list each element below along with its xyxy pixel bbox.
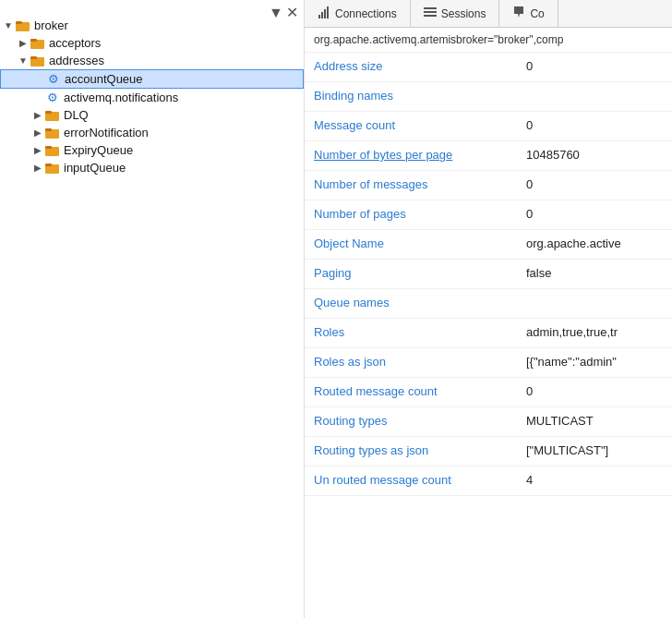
property-key: Paging (305, 260, 517, 288)
tree-label-ExpiryQueue: ExpiryQueue (64, 143, 133, 157)
svg-rect-1 (16, 21, 22, 24)
property-row: Routed message count0 (305, 378, 672, 407)
tree-item-errorNotification[interactable]: ▶errorNotification (0, 124, 304, 141)
property-key: Binding names (305, 82, 517, 111)
folder-icon (30, 37, 46, 50)
tree-toggle-DLQ[interactable]: ▶ (31, 110, 44, 120)
tree-toggle-ExpiryQueue[interactable]: ▶ (31, 145, 44, 155)
co-tab-icon (512, 6, 525, 20)
property-row: Object Nameorg.apache.active (305, 230, 672, 260)
right-panel: ConnectionsSessionsCo org.apache.activem… (305, 0, 672, 618)
property-value: 0 (517, 378, 672, 406)
property-row: Roles as json[{"name":"admin" (305, 348, 672, 378)
tree-label-addresses: addresses (49, 54, 104, 67)
property-row: Queue names (305, 289, 672, 319)
collapse-button[interactable]: ▼ (269, 6, 282, 15)
property-value (517, 289, 672, 318)
tree-item-activemq.notifications[interactable]: ⚙activemq.notifications (0, 89, 304, 106)
tree-toggle-inputQueue[interactable]: ▶ (31, 163, 44, 173)
svg-rect-15 (321, 12, 323, 18)
svg-rect-16 (324, 9, 326, 18)
tree-item-accountQueue[interactable]: ⚙accountQueue (0, 69, 304, 89)
property-key: Number of pages (305, 200, 517, 229)
property-key: Message count (305, 112, 517, 140)
property-key: Routing types (305, 407, 517, 436)
tree-item-broker[interactable]: ▼broker (0, 17, 304, 34)
property-value: ["MULTICAST"] (517, 437, 672, 466)
property-row: Rolesadmin,true,true,tr (305, 319, 672, 348)
folder-icon (44, 109, 61, 122)
svg-rect-11 (45, 146, 52, 149)
sessions-tab-label: Sessions (441, 7, 486, 20)
tree-toggle-broker[interactable]: ▼ (2, 20, 15, 30)
property-row: Address size0 (305, 53, 672, 82)
property-value: 4 (517, 467, 672, 495)
property-row: Message count0 (305, 112, 672, 141)
svg-rect-20 (424, 15, 437, 17)
tree-toggle-acceptors[interactable]: ▶ (17, 38, 30, 48)
property-value: 0 (517, 200, 672, 229)
property-key: Routed message count (305, 378, 517, 406)
svg-rect-7 (45, 111, 52, 114)
svg-rect-9 (45, 128, 52, 131)
property-row: Number of pages0 (305, 200, 672, 230)
tree-toggle-addresses[interactable]: ▼ (17, 55, 30, 66)
tree-label-DLQ: DLQ (64, 108, 89, 122)
sessions-tab-icon (424, 6, 437, 20)
property-value: false (517, 260, 672, 288)
tab-co[interactable]: Co (499, 0, 558, 27)
co-tab-label: Co (530, 7, 544, 20)
property-key[interactable]: Number of bytes per page (305, 141, 517, 170)
property-value: 0 (517, 112, 672, 140)
property-key: Queue names (305, 289, 517, 318)
property-value: org.apache.active (517, 230, 672, 259)
connections-tab-label: Connections (335, 7, 397, 20)
property-value: MULTICAST (517, 407, 672, 436)
folder-icon (15, 19, 31, 32)
gear-icon: ⚙ (44, 91, 61, 104)
folder-icon (44, 144, 61, 157)
tree-label-accountQueue: accountQueue (65, 72, 143, 86)
property-row: Routing typesMULTICAST (305, 407, 672, 437)
tree-item-inputQueue[interactable]: ▶inputQueue (0, 159, 304, 176)
tree-label-broker: broker (34, 18, 68, 32)
property-value (517, 82, 672, 111)
property-value: 0 (517, 171, 672, 200)
tab-sessions[interactable]: Sessions (411, 0, 500, 27)
svg-rect-14 (318, 15, 320, 18)
property-row: Pagingfalse (305, 260, 672, 289)
tree-item-ExpiryQueue[interactable]: ▶ExpiryQueue (0, 141, 304, 159)
close-button[interactable]: ✕ (285, 6, 298, 15)
property-key: Number of messages (305, 171, 517, 200)
tab-connections[interactable]: Connections (305, 0, 411, 27)
tree-panel: ▼ ✕ ▼broker▶acceptors▼addresses⚙accountQ… (0, 0, 305, 618)
property-value: 10485760 (517, 141, 672, 170)
tree-item-DLQ[interactable]: ▶DLQ (0, 106, 304, 124)
gear-icon: ⚙ (45, 73, 62, 86)
svg-rect-17 (327, 6, 329, 18)
tree-label-inputQueue: inputQueue (64, 161, 126, 175)
tree-toggle-errorNotification[interactable]: ▶ (31, 127, 44, 138)
tree-label-activemq.notifications: activemq.notifications (64, 91, 178, 104)
property-key: Address size (305, 53, 517, 81)
svg-rect-3 (30, 39, 37, 42)
drag-handle: ▼ ✕ (0, 4, 304, 17)
tree-container: ▼broker▶acceptors▼addresses⚙accountQueue… (0, 17, 304, 176)
properties-table: Address size0Binding namesMessage count0… (305, 53, 672, 618)
property-row: Number of messages0 (305, 171, 672, 200)
property-row: Number of bytes per page10485760 (305, 141, 672, 171)
connections-tab-icon (318, 6, 330, 21)
property-value: admin,true,true,tr (517, 319, 672, 347)
tabs-bar: ConnectionsSessionsCo (305, 0, 672, 28)
svg-marker-21 (514, 6, 523, 18)
property-value: [{"name":"admin" (517, 348, 672, 377)
property-row: Un routed message count4 (305, 467, 672, 496)
property-row: Binding names (305, 82, 672, 112)
tree-item-acceptors[interactable]: ▶acceptors (0, 34, 304, 52)
svg-rect-5 (30, 56, 37, 59)
svg-rect-18 (424, 7, 437, 9)
tree-item-addresses[interactable]: ▼addresses (0, 52, 304, 69)
folder-icon (30, 55, 46, 67)
property-key: Roles (305, 319, 517, 347)
property-key: Un routed message count (305, 467, 517, 495)
